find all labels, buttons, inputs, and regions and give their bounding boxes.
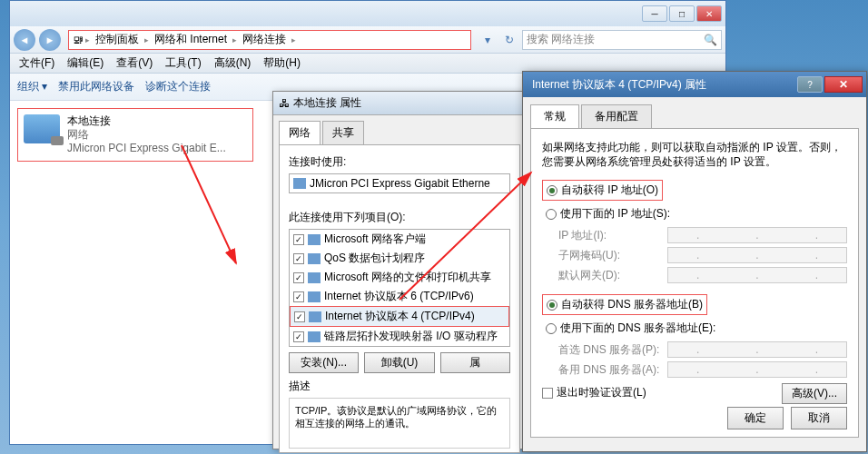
adapter-device: JMicron PCI Express Gigabit E... [67,142,226,155]
list-item: ✓Internet 协议版本 6 (TCP/IPv6) [290,287,509,306]
list-item-ipv4: ✓Internet 协议版本 4 (TCP/IPv4) [290,306,509,327]
help-button[interactable]: ? [797,76,823,93]
breadcrumb[interactable]: 🖳▸ 控制面板▸ 网络和 Internet▸ 网络连接▸ [68,30,471,50]
menu-edit[interactable]: 编辑(E) [62,54,109,73]
checkbox[interactable]: ✓ [293,272,304,283]
props-tabs: 网络 共享 [273,115,526,144]
refresh-icon[interactable]: ↻ [500,31,518,49]
checkbox[interactable]: ✓ [294,311,305,322]
lltd-icon [308,331,321,342]
tb-organize[interactable]: 组织 ▾ [17,79,47,94]
list-item: ✓Microsoft 网络的文件和打印机共享 [290,268,509,287]
checkbox[interactable]: ✓ [293,291,304,302]
computer-icon: 🖳 [73,34,84,46]
bc-control-panel[interactable]: 控制面板 [92,30,143,49]
search-icon: 🔍 [704,34,717,46]
checkbox[interactable]: ✓ [293,253,304,264]
qos-icon [308,253,321,264]
items-label: 此连接使用下列项目(O): [289,210,510,225]
ipv4-icon [309,311,321,322]
menu-view[interactable]: 查看(V) [111,54,158,73]
adapter-name: 本地连接 [67,114,226,128]
tab-alternate[interactable]: 备用配置 [581,104,652,129]
install-button[interactable]: 安装(N)... [289,352,359,373]
back-button[interactable]: ◄ [14,29,35,51]
navbar: ◄ ► 🖳▸ 控制面板▸ 网络和 Internet▸ 网络连接▸ ▾ ↻ 搜索 … [10,26,725,54]
exit-validate-checkbox[interactable] [542,388,553,399]
tab-sharing[interactable]: 共享 [322,121,364,144]
tab-network[interactable]: 网络 [279,121,321,144]
ipv4-title: Internet 协议版本 4 (TCP/IPv4) 属性 [527,77,706,93]
advanced-button[interactable]: 高级(V)... [782,383,847,404]
list-item: ✓QoS 数据包计划程序 [290,249,509,268]
adapter-icon [24,114,60,143]
ok-button[interactable]: 确定 [727,407,784,429]
properties-button[interactable]: 属 [440,352,510,373]
subnet-field: ... [667,247,847,263]
maximize-button[interactable]: □ [669,5,695,22]
gateway-field: ... [667,267,847,283]
close-button[interactable]: ✕ [696,5,722,22]
ipv4-tabs: 常规 备用配置 [530,104,859,129]
menu-tools[interactable]: 工具(T) [160,54,206,73]
dropdown-icon[interactable]: ▾ [478,31,497,49]
titlebar: ─ □ ✕ [10,1,725,26]
checkbox[interactable]: ✓ [293,331,304,342]
props-body: 连接时使用: JMicron PCI Express Gigabit Ether… [279,144,520,453]
nic-icon [293,178,306,189]
radio-manual-dns[interactable] [546,323,557,334]
menu-help[interactable]: 帮助(H) [258,54,306,73]
search-input[interactable]: 搜索 网络连接 🔍 [522,30,722,50]
tb-disable[interactable]: 禁用此网络设备 [58,79,134,94]
props-titlebar: 🖧 本地连接 属性 [273,92,526,115]
tab-general[interactable]: 常规 [530,104,579,128]
network-icon: 🖧 [279,97,290,110]
conn-label: 连接时使用: [289,154,510,170]
desc-text: TCP/IP。该协议是默认的广域网络协议，它的相互连接的网络上的通讯。 [289,398,510,449]
checkbox[interactable]: ✓ [293,234,304,245]
ipv4-close-button[interactable]: ✕ [824,76,863,93]
ipv4-info: 如果网络支持此功能，则可以获取自动指派的 IP 设置。否则，您需要从网络系统管理… [542,140,847,169]
dns1-field: ... [667,341,847,358]
ipv4-properties-dialog: Internet 协议版本 4 (TCP/IPv4) 属性 ? ✕ 常规 备用配… [522,71,867,452]
list-item: ✓Microsoft 网络客户端 [290,230,509,249]
bc-connections[interactable]: 网络连接 [239,30,290,49]
client-icon [308,234,321,245]
ipv4-content: 如果网络支持此功能，则可以获取自动指派的 IP 设置。否则，您需要从网络系统管理… [530,129,859,438]
conn-device-text: JMicron PCI Express Gigabit Etherne [310,177,490,190]
adapter-local-connection[interactable]: 本地连接 网络 JMicron PCI Express Gigabit E... [17,108,253,162]
minimize-button[interactable]: ─ [642,5,667,22]
radio-manual-ip[interactable] [546,209,557,220]
uninstall-button[interactable]: 卸载(U) [364,352,434,373]
dns2-field: ... [667,361,847,378]
connection-properties-dialog: 🖧 本地连接 属性 网络 共享 连接时使用: JMicron PCI Expre… [272,91,527,449]
adapter-type: 网络 [67,128,226,142]
forward-button[interactable]: ► [39,29,61,51]
props-title: 本地连接 属性 [293,95,361,111]
radio-auto-dns[interactable] [547,300,557,311]
search-placeholder: 搜索 网络连接 [527,32,595,47]
desc-label: 描述 [289,379,510,394]
conn-device-box: JMicron PCI Express Gigabit Etherne [289,173,510,193]
ip-address-field: ... [667,227,847,243]
share-icon [308,272,321,283]
protocol-list[interactable]: ✓Microsoft 网络客户端 ✓QoS 数据包计划程序 ✓Microsoft… [289,229,510,347]
radio-auto-ip[interactable] [547,185,557,196]
list-item: ✓链路层拓扑发现映射器 I/O 驱动程序 [290,327,509,346]
ipv4-titlebar: Internet 协议版本 4 (TCP/IPv4) 属性 ? ✕ [523,72,866,97]
menu-advanced[interactable]: 高级(N) [209,54,257,73]
bc-network-internet[interactable]: 网络和 Internet [151,30,231,49]
list-item: ✓链路层拓扑发现响应程序 [290,346,509,347]
cancel-button[interactable]: 取消 [791,407,847,429]
menu-file[interactable]: 文件(F) [14,54,60,73]
tb-diagnose[interactable]: 诊断这个连接 [145,79,211,94]
ipv6-icon [308,291,321,302]
